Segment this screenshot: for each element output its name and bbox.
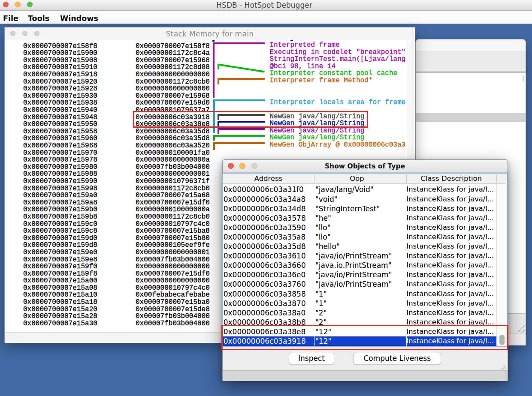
cell-class-description: InstanceKlass for java/l... [407, 195, 497, 204]
table-row[interactable]: 0x00000006c03a35d8"hello"InstanceKlass f… [223, 242, 497, 251]
stack-window-titlebar[interactable]: Stack Memory for main [5, 27, 415, 40]
cell-class-description: InstanceKlass for java/l... [407, 204, 497, 213]
cell-class-description: InstanceKlass for java/l... [407, 213, 497, 223]
background-window-scrollbar[interactable] [523, 75, 524, 82]
cell-class-description: InstanceKlass for java/l... [407, 299, 497, 308]
annotation-text: NewGen java/lang/String [270, 134, 365, 141]
app-title: HSDB - HotSpot Debugger [0, 0, 530, 10]
annotation-text: Interpreter constant pool cache [270, 70, 398, 77]
column-header-oop[interactable]: Oop [314, 174, 400, 183]
annotation-text: NewGen ObjArray @ 0x00000006c03a3 [270, 141, 406, 149]
table-row[interactable]: 0x00000006c03a3858"1"InstanceKlass for j… [223, 289, 497, 299]
cell-class-description: InstanceKlass for java/l... [407, 279, 497, 289]
menu-windows[interactable]: Windows [60, 12, 98, 25]
stack-window-title: Stack Memory for main [5, 27, 415, 40]
annotation-text: Executing in codelet "breakpoint" [270, 49, 406, 56]
cell-oop: "java/io/PrintStream" [315, 279, 406, 289]
column-separator [314, 174, 314, 183]
cell-address: 0x00000006c03a31f0 [224, 185, 314, 194]
table-row[interactable]: 0x00000006c03a3660"java.io.PrintStream"I… [223, 261, 497, 270]
column-separator [496, 174, 497, 183]
menu-file[interactable]: File [3, 12, 18, 25]
show-objects-window: Show Objects of Type Address Oop Class D… [222, 159, 508, 381]
cell-class-description: InstanceKlass for java/l... [407, 223, 497, 232]
table-row[interactable]: 0x00000006c03a3760"java/io/PrintStream"I… [223, 279, 497, 289]
table-row[interactable]: 0x00000006c03a35a8"llo"InstanceKlass for… [223, 232, 497, 242]
objects-table-rows: 0x00000006c03a31f0"java/lang/Void"Instan… [223, 184, 497, 346]
resize-grip-icon[interactable] [517, 324, 525, 333]
cell-oop: "java.io.PrintStream" [315, 261, 406, 270]
objects-table-header: Address Oop Class Description [223, 174, 507, 184]
cell-oop: "2" [315, 308, 406, 318]
compute-liveness-button[interactable]: Compute Liveness [354, 353, 441, 364]
annotation-text: Interpreter locals area for frame [270, 99, 406, 106]
cell-address: 0x00000006c03a3760 [224, 279, 314, 289]
table-row[interactable]: 0x00000006c03a36e0"java/io/PrintStream"I… [223, 270, 497, 279]
cell-class-description: InstanceKlass for java/l... [407, 251, 497, 261]
cell-oop: "1" [315, 289, 406, 299]
cell-oop: "void" [315, 195, 406, 204]
cell-address: 0x00000006c03a35a8 [224, 232, 314, 242]
table-row[interactable]: 0x00000006c03a3610"java/io/PrintStream"I… [223, 251, 497, 261]
cell-oop: "1" [315, 299, 406, 308]
cell-address: 0x00000006c03a3610 [224, 251, 314, 261]
cell-class-description: InstanceKlass for java/l... [407, 308, 497, 318]
cell-class-description: InstanceKlass for java/l... [407, 261, 497, 270]
cell-oop: "StringInternTest" [315, 204, 406, 213]
annotation-text: StringInternTest.main([Ljava/lang [270, 56, 406, 63]
table-row[interactable]: 0x00000006c03a38a0"2"InstanceKlass for j… [223, 308, 497, 318]
cell-oop: "he" [315, 213, 406, 223]
cell-class-description: InstanceKlass for java/l... [407, 270, 497, 279]
objects-highlight-rect [221, 325, 508, 350]
cell-class-description: InstanceKlass for java/l... [407, 232, 497, 242]
cell-address: 0x00000006c03a3660 [224, 261, 314, 270]
column-header-address[interactable]: Address [223, 174, 314, 183]
table-row[interactable]: 0x00000006c03a3590"llo"InstanceKlass for… [223, 223, 497, 232]
cell-oop: "java/io/PrintStream" [315, 270, 406, 279]
resize-grip-icon[interactable] [500, 363, 507, 370]
app-titlebar[interactable]: HSDB - HotSpot Debugger [0, 0, 532, 11]
objects-window-title: Show Objects of Type [223, 160, 508, 173]
menu-tools[interactable]: Tools [28, 12, 49, 25]
cell-address: 0x00000006c03a38a0 [224, 308, 314, 318]
column-header-class-description[interactable]: Class Description [406, 174, 497, 183]
table-row[interactable]: 0x00000006c03a34a8"void"InstanceKlass fo… [223, 195, 497, 204]
annotation-text: Interpreted frame [270, 42, 340, 49]
table-row[interactable]: 0x00000006c03a3870"1"InstanceKlass for j… [223, 299, 497, 308]
inspect-button[interactable]: Inspect [289, 353, 334, 364]
cell-oop: "java/io/PrintStream" [315, 251, 406, 261]
cell-class-description: InstanceKlass for java/l... [407, 289, 497, 299]
objects-table: Address Oop Class Description 0x00000006… [222, 173, 508, 348]
cell-address: 0x00000006c03a3590 [224, 223, 314, 232]
background-window-toolbar [416, 52, 526, 72]
cell-class-description: InstanceKlass for java/l... [407, 242, 497, 251]
annotation-text: @bci 98, line 14 [270, 63, 336, 70]
cell-address: 0x00000006c03a34a8 [224, 195, 314, 204]
menubar: File Tools Windows [0, 11, 532, 24]
objects-window-bottom-strip [223, 370, 508, 381]
cell-oop: "llo" [315, 232, 406, 242]
objects-window-titlebar[interactable]: Show Objects of Type [223, 160, 508, 173]
table-row[interactable]: 0x00000006c03a34d8"StringInternTest"Inst… [223, 204, 497, 213]
cell-oop: "hello" [315, 242, 406, 251]
cell-class-description: InstanceKlass for java/l... [407, 185, 497, 194]
table-row[interactable]: 0x00000006c03a3578"he"InstanceKlass for … [223, 213, 497, 223]
objects-button-bar: Inspect Compute Liveness [223, 348, 508, 371]
cell-address: 0x00000006c03a34d8 [224, 204, 314, 213]
cell-address: 0x00000006c03a3870 [224, 299, 314, 308]
background-window-selected-band [416, 113, 526, 122]
table-row[interactable]: 0x00000006c03a31f0"java/lang/Void"Instan… [223, 185, 497, 194]
annotation-text: NewGen java/lang/String [270, 127, 365, 135]
background-window-titlebar[interactable] [416, 39, 526, 52]
annotation-text: Interpreter frame Method* [270, 77, 373, 84]
cell-oop: "java/lang/Void" [315, 185, 406, 194]
cell-address: 0x00000006c03a3858 [224, 289, 314, 299]
cell-oop: "llo" [315, 223, 406, 232]
cell-address: 0x00000006c03a3578 [224, 213, 314, 223]
cell-address: 0x00000006c03a35d8 [224, 242, 314, 251]
cell-address: 0x00000006c03a36e0 [224, 270, 314, 279]
objects-table-scrollbar[interactable] [496, 184, 506, 346]
stack-highlight-rect [133, 111, 368, 128]
column-separator [406, 174, 407, 183]
